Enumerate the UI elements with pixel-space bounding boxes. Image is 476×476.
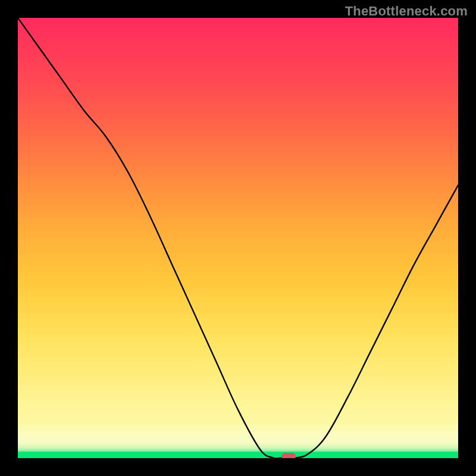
bottleneck-curve: [18, 18, 458, 458]
watermark-text: TheBottleneck.com: [345, 4, 468, 19]
plot-area: [18, 18, 458, 458]
chart-frame: TheBottleneck.com: [0, 0, 476, 476]
curve-path: [18, 18, 458, 458]
minimum-marker: [281, 453, 296, 458]
